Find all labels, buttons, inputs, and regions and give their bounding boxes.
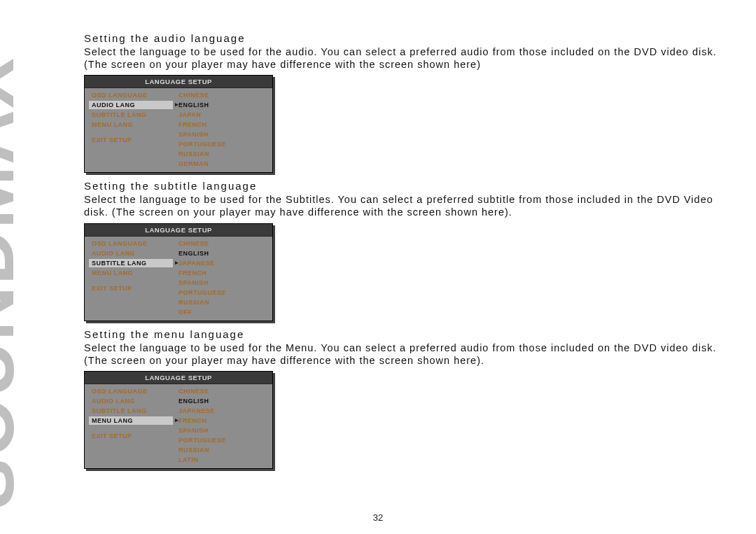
exit-setup[interactable]: EXIT SETUP [89, 284, 173, 293]
section-body: Select the language to be used for the S… [84, 193, 722, 218]
option-item[interactable]: SPANISH [177, 279, 264, 287]
exit-setup[interactable]: EXIT SETUP [89, 136, 173, 144]
section-body: Select the language to be used for the a… [84, 45, 722, 71]
option-item[interactable]: FRENCH [177, 120, 264, 129]
options-list: CHINESEENGLISHJAPANESEFRENCHSPANISHPORTU… [173, 239, 264, 316]
language-setup-panel: LANGUAGE SETUPOSD LANGUAGEAUDIO LANGSUBT… [84, 371, 273, 469]
options-list: CHINESEENGLISHJAPANFRENCHSPANISHPORTUGUE… [173, 91, 264, 168]
option-item[interactable]: PORTUGUESE [177, 140, 264, 148]
menu-item[interactable]: MENU LANG [89, 120, 173, 129]
page-number: 32 [0, 512, 756, 523]
panel-header: LANGUAGE SETUP [85, 372, 272, 384]
option-item[interactable]: JAPANESE [177, 259, 264, 267]
language-setup-panel: LANGUAGE SETUPOSD LANGUAGEAUDIO LANGSUBT… [84, 75, 273, 173]
option-item[interactable]: RUSSIAN [177, 446, 264, 454]
option-item[interactable]: SPANISH [177, 130, 264, 139]
option-item[interactable]: PORTUGUESE [177, 436, 264, 444]
option-item[interactable]: OFF [177, 308, 264, 316]
menu-item[interactable]: OSD LANGUAGE [89, 239, 173, 248]
panel-header: LANGUAGE SETUP [85, 224, 272, 237]
option-item[interactable]: FRENCH [177, 416, 264, 425]
option-item[interactable]: ENGLISH [177, 249, 264, 258]
section-title: Setting the menu language [84, 328, 722, 340]
option-item[interactable]: RUSSIAN [177, 298, 264, 307]
panel-body: OSD LANGUAGEAUDIO LANGSUBTITLE LANGMENU … [85, 237, 272, 321]
menu-item[interactable]: OSD LANGUAGE [89, 91, 173, 99]
option-item[interactable]: CHINESE [177, 239, 264, 248]
option-item[interactable]: FRENCH [177, 269, 264, 277]
brand-logo: SOUNDMAX [0, 57, 25, 509]
option-item[interactable]: LATIN [177, 456, 264, 464]
language-setup-panel: LANGUAGE SETUPOSD LANGUAGEAUDIO LANGSUBT… [84, 223, 273, 321]
menu-item[interactable]: OSD LANGUAGE [89, 387, 173, 395]
option-item[interactable]: JAPANESE [177, 407, 264, 415]
exit-setup[interactable]: EXIT SETUP [89, 432, 173, 440]
menu-item[interactable]: MENU LANG [89, 269, 173, 277]
section-body: Select the language to be used for the M… [84, 342, 722, 367]
panel-body: OSD LANGUAGEAUDIO LANGSUBTITLE LANGMENU … [85, 88, 272, 172]
panel-header: LANGUAGE SETUP [85, 76, 272, 88]
option-item[interactable]: ENGLISH [177, 101, 264, 109]
menu-item[interactable]: MENU LANG [89, 416, 173, 425]
menu-item[interactable]: AUDIO LANG [89, 397, 173, 405]
menu-item[interactable]: SUBTITLE LANG [89, 259, 173, 267]
menu-item[interactable]: SUBTITLE LANG [89, 407, 173, 415]
panel-body: OSD LANGUAGEAUDIO LANGSUBTITLE LANGMENU … [85, 384, 272, 468]
option-item[interactable]: GERMAN [177, 160, 264, 168]
page-content: Setting the audio languageSelect the lan… [84, 32, 722, 469]
manual-page: SOUNDMAX Setting the audio languageSelec… [0, 0, 756, 534]
menu-item[interactable]: AUDIO LANG [89, 249, 173, 258]
menu-list: OSD LANGUAGEAUDIO LANGSUBTITLE LANGMENU … [89, 387, 173, 464]
menu-list: OSD LANGUAGEAUDIO LANGSUBTITLE LANGMENU … [89, 239, 173, 316]
option-item[interactable]: CHINESE [177, 387, 264, 395]
menu-item[interactable]: AUDIO LANG [89, 101, 173, 109]
options-list: CHINESEENGLISHJAPANESEFRENCHSPANISHPORTU… [173, 387, 264, 464]
menu-list: OSD LANGUAGEAUDIO LANGSUBTITLE LANGMENU … [89, 91, 173, 168]
section-title: Setting the subtitle language [84, 180, 722, 192]
option-item[interactable]: RUSSIAN [177, 150, 264, 158]
menu-item[interactable]: SUBTITLE LANG [89, 111, 173, 119]
option-item[interactable]: JAPAN [177, 111, 264, 119]
section-title: Setting the audio language [84, 32, 722, 44]
option-item[interactable]: ENGLISH [177, 397, 264, 405]
option-item[interactable]: CHINESE [177, 91, 264, 99]
option-item[interactable]: PORTUGUESE [177, 288, 264, 297]
option-item[interactable]: SPANISH [177, 426, 264, 435]
